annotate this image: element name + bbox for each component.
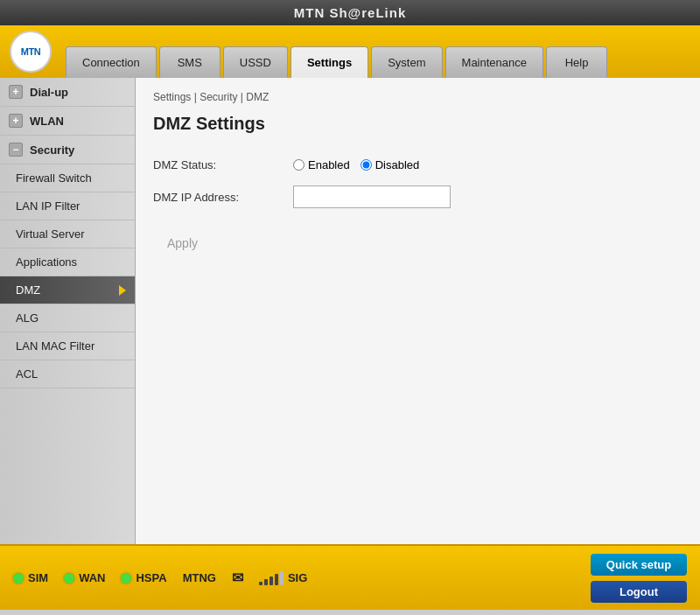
sidebar-item-lan-ip-filter[interactable]: LAN IP Filter xyxy=(0,192,135,220)
nav-tabs: Connection SMS USSD Settings System Main… xyxy=(61,25,700,78)
mtng-status: MTNG xyxy=(183,571,216,584)
logo-text: MTN xyxy=(21,46,40,57)
logo: MTN xyxy=(0,25,61,78)
logout-button[interactable]: Logout xyxy=(591,581,687,603)
tab-system[interactable]: System xyxy=(371,46,442,78)
sidebar-item-virtual-server[interactable]: Virtual Server xyxy=(0,220,135,248)
main-layout: + Dial-up + WLAN − Security Firewall Swi… xyxy=(0,78,700,544)
mtng-label: MTNG xyxy=(183,571,216,584)
dmz-enabled-radio[interactable] xyxy=(293,159,304,171)
tab-ussd[interactable]: USSD xyxy=(223,46,288,78)
sidebar-section-label-wlan: WLAN xyxy=(30,115,64,128)
wan-status: WAN xyxy=(64,571,105,584)
wan-dot xyxy=(64,573,74,584)
sig-label: SIG xyxy=(288,571,307,584)
dmz-status-row: DMZ Status: Enabled Disabled xyxy=(153,158,682,171)
apply-container: Apply xyxy=(153,222,682,255)
envelope-icon: ✉ xyxy=(232,570,243,586)
dmz-disabled-label: Disabled xyxy=(375,158,420,171)
dmz-ip-row: DMZ IP Address: xyxy=(153,185,682,208)
hspa-label: HSPA xyxy=(136,571,166,584)
dmz-ip-control xyxy=(293,185,451,208)
signal-bars-icon xyxy=(259,571,284,585)
dmz-ip-label: DMZ IP Address: xyxy=(153,191,293,204)
signal-bar-4 xyxy=(275,574,278,585)
sidebar: + Dial-up + WLAN − Security Firewall Swi… xyxy=(0,78,136,544)
title-bar: MTN Sh@reLink xyxy=(0,0,700,25)
sim-label: SIM xyxy=(28,571,48,584)
breadcrumb-settings[interactable]: Settings xyxy=(153,91,191,103)
apply-button[interactable]: Apply xyxy=(153,231,212,255)
sidebar-section-label-dial-up: Dial-up xyxy=(30,86,68,99)
quick-setup-button[interactable]: Quick setup xyxy=(591,554,687,576)
tab-connection[interactable]: Connection xyxy=(66,46,157,78)
dmz-enabled-option[interactable]: Enabled xyxy=(293,158,350,171)
dmz-disabled-option[interactable]: Disabled xyxy=(360,158,420,171)
sim-dot xyxy=(13,573,24,584)
logo-circle: MTN xyxy=(10,31,52,73)
signal-bar-1 xyxy=(259,582,262,585)
dmz-enabled-label: Enabled xyxy=(308,158,350,171)
signal-bar-2 xyxy=(264,579,268,585)
status-buttons: Quick setup Logout xyxy=(591,554,687,603)
sim-status: SIM xyxy=(13,571,48,584)
sidebar-section-security[interactable]: − Security xyxy=(0,136,135,164)
page-title: DMZ Settings xyxy=(153,114,682,141)
sig-status: SIG xyxy=(259,571,307,585)
content-area: Settings | Security | DMZ DMZ Settings D… xyxy=(136,78,700,544)
sidebar-item-applications[interactable]: Applications xyxy=(0,248,135,276)
sidebar-section-dial-up[interactable]: + Dial-up xyxy=(0,78,135,107)
sidebar-item-acl[interactable]: ACL xyxy=(0,360,135,388)
sidebar-item-alg[interactable]: ALG xyxy=(0,304,135,332)
email-status: ✉ xyxy=(232,570,243,586)
breadcrumb: Settings | Security | DMZ xyxy=(153,91,682,103)
breadcrumb-dmz[interactable]: DMZ xyxy=(246,91,269,103)
signal-bar-5 xyxy=(280,571,284,585)
hspa-status: HSPA xyxy=(121,571,166,584)
expand-icon-wlan: + xyxy=(9,114,23,128)
chevron-right-icon xyxy=(119,285,126,296)
tab-sms[interactable]: SMS xyxy=(159,46,220,78)
tab-settings[interactable]: Settings xyxy=(290,46,368,78)
hspa-dot xyxy=(121,573,131,584)
tab-maintenance[interactable]: Maintenance xyxy=(445,46,543,78)
sidebar-section-wlan[interactable]: + WLAN xyxy=(0,107,135,136)
sidebar-item-lan-mac-filter[interactable]: LAN MAC Filter xyxy=(0,332,135,360)
app-title: MTN Sh@reLink xyxy=(294,5,406,20)
sidebar-item-firewall-switch[interactable]: Firewall Switch xyxy=(0,164,135,192)
status-indicators: SIM WAN HSPA MTNG ✉ SIG xyxy=(13,570,591,586)
expand-icon-dial-up: + xyxy=(9,85,23,99)
sidebar-section-label-security: Security xyxy=(30,143,74,157)
expand-icon-security: − xyxy=(9,143,23,157)
breadcrumb-security[interactable]: Security xyxy=(200,91,237,103)
wan-label: WAN xyxy=(79,571,105,584)
dmz-ip-input[interactable] xyxy=(293,185,451,208)
tab-help[interactable]: Help xyxy=(546,46,607,78)
header: MTN Connection SMS USSD Settings System … xyxy=(0,25,700,78)
dmz-status-label: DMZ Status: xyxy=(153,158,293,171)
signal-bar-3 xyxy=(270,577,273,585)
dmz-status-control: Enabled Disabled xyxy=(293,158,419,171)
status-bar: SIM WAN HSPA MTNG ✉ SIG Quick se xyxy=(0,544,700,610)
sidebar-item-dmz[interactable]: DMZ xyxy=(0,276,135,304)
dmz-disabled-radio[interactable] xyxy=(360,159,372,171)
